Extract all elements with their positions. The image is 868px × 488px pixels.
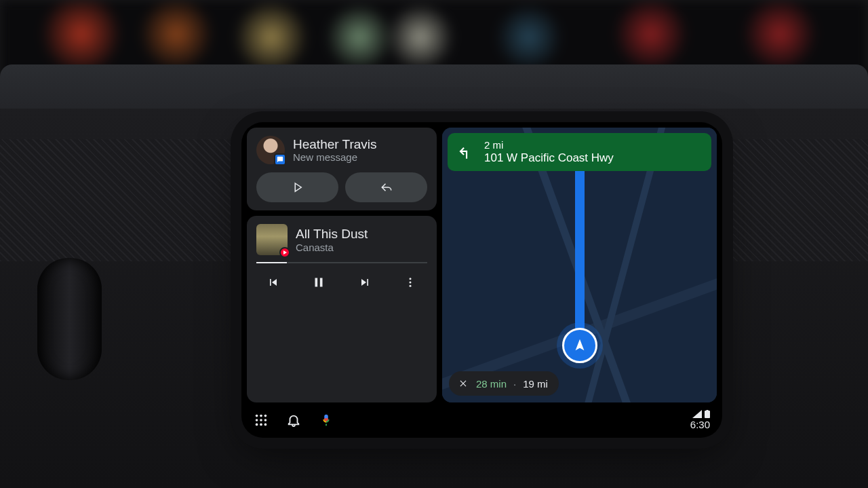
media-card[interactable]: All This Dust Canasta: [247, 216, 437, 402]
pause-button[interactable]: [306, 271, 332, 293]
more-options-button[interactable]: [397, 271, 423, 293]
cellular-signal-icon: [692, 410, 702, 418]
head-unit-screen: Heather Travis New message: [241, 122, 722, 438]
svg-point-4: [260, 415, 262, 417]
navigation-arrow-icon: [572, 338, 587, 353]
pause-icon: [311, 275, 326, 290]
system-bar: 6:30: [241, 402, 722, 438]
battery-icon: [705, 410, 710, 418]
svg-point-8: [264, 419, 267, 421]
apps-grid-icon: [254, 413, 269, 428]
status-icons: [692, 410, 710, 418]
next-track-button[interactable]: [352, 271, 378, 293]
svg-point-10: [260, 424, 262, 426]
turn-left-icon: [457, 143, 475, 161]
svg-point-6: [256, 419, 258, 421]
more-vert-icon: [404, 276, 416, 288]
close-icon: [458, 379, 468, 388]
message-sender: Heather Travis: [293, 137, 377, 152]
play-message-button[interactable]: [256, 172, 338, 202]
clock: 6:30: [690, 419, 710, 430]
reply-icon: [380, 181, 393, 193]
svg-point-9: [256, 424, 258, 426]
assistant-button[interactable]: [319, 413, 334, 428]
eta-distance: 19 mi: [523, 378, 548, 390]
map-pane[interactable]: 2 mi 101 W Pacific Coast Hwy 28 min · 19…: [442, 128, 717, 402]
skip-next-icon: [358, 276, 372, 289]
air-vent-left: [37, 258, 102, 380]
skip-previous-icon: [267, 276, 280, 289]
svg-point-5: [264, 415, 267, 417]
svg-point-11: [264, 424, 267, 426]
svg-rect-12: [705, 411, 710, 418]
reply-button[interactable]: [345, 172, 427, 202]
svg-point-2: [409, 285, 411, 287]
track-artist: Canasta: [296, 242, 368, 253]
google-assistant-mic-icon: [319, 413, 334, 428]
youtube-music-badge-icon: [279, 247, 290, 258]
eta-card[interactable]: 28 min · 19 mi: [449, 371, 559, 396]
app-launcher-button[interactable]: [254, 413, 269, 428]
dashboard-top: [0, 64, 868, 112]
svg-rect-13: [707, 410, 709, 411]
track-title: All This Dust: [296, 227, 368, 242]
play-icon: [292, 181, 304, 193]
route-line: [575, 140, 585, 357]
contact-avatar: [256, 136, 285, 164]
bell-icon: [286, 413, 301, 428]
message-card[interactable]: Heather Travis New message: [247, 128, 437, 210]
eta-duration: 28 min: [476, 378, 507, 390]
eta-separator: ·: [513, 378, 516, 390]
nav-distance: 2 mi: [484, 140, 614, 151]
message-subtitle: New message: [293, 151, 377, 163]
media-progress-bar[interactable]: [256, 262, 427, 263]
notifications-button[interactable]: [286, 413, 301, 428]
album-art: [256, 224, 288, 255]
svg-point-3: [256, 415, 258, 417]
svg-point-7: [260, 419, 262, 421]
messages-app-badge-icon: [274, 153, 286, 166]
navigation-banner[interactable]: 2 mi 101 W Pacific Coast Hwy: [448, 133, 711, 171]
svg-point-1: [409, 282, 411, 284]
previous-track-button[interactable]: [260, 271, 286, 293]
current-location-marker: [562, 328, 597, 363]
nav-road-name: 101 W Pacific Coast Hwy: [484, 151, 614, 165]
svg-point-0: [409, 278, 411, 280]
close-eta-button[interactable]: [457, 377, 469, 390]
